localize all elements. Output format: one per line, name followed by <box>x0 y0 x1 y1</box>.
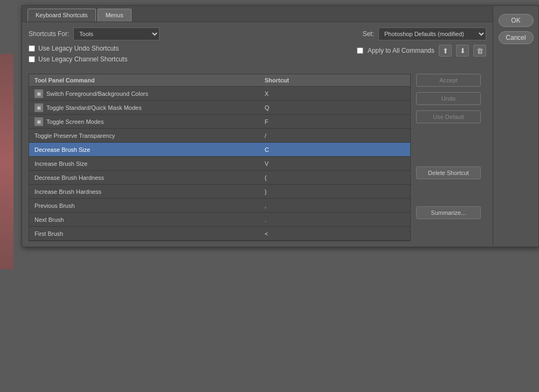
shortcuts-for-section: Shortcuts For: ToolsApplication MenusPan… <box>29 27 160 40</box>
apply-to-all-label: Apply to All Commands <box>368 47 434 54</box>
delete-set-button[interactable]: 🗑 <box>473 45 486 57</box>
apply-to-all-checkbox[interactable] <box>357 47 363 54</box>
td-shortcut: } <box>259 186 410 197</box>
td-command: First Brush <box>29 228 259 239</box>
ok-button[interactable]: OK <box>499 14 534 27</box>
td-command: Decrease Brush Hardness <box>29 172 259 183</box>
td-command: Increase Brush Hardness <box>29 186 259 197</box>
td-command: Previous Brush <box>29 200 259 211</box>
td-command: Decrease Brush Size <box>29 144 259 155</box>
command-name: Toggle Standard/Quick Mask Modes <box>46 104 142 111</box>
legacy-channel-label: Use Legacy Channel Shortcuts <box>38 55 127 63</box>
middle-row: Use Legacy Undo Shortcuts Use Legacy Cha… <box>29 45 486 68</box>
accept-button[interactable]: Accept <box>416 74 481 87</box>
column-shortcut: Shortcut <box>259 77 410 83</box>
checkboxes-section: Use Legacy Undo Shortcuts Use Legacy Cha… <box>29 45 127 63</box>
save-set-button[interactable]: ⬆ <box>439 45 452 57</box>
table-row[interactable]: ▣ Toggle Standard/Quick Mask Modes Q <box>29 101 410 115</box>
tab-bar: Keyboard Shortcuts Menus <box>22 6 538 22</box>
table-header: Tool Panel Command Shortcut <box>29 74 410 87</box>
command-name: Toggle Preserve Transparency <box>34 132 115 139</box>
table-row[interactable]: Next Brush . <box>29 213 410 227</box>
save-icon: ⬆ <box>443 47 448 55</box>
td-shortcut: C <box>259 144 410 155</box>
td-shortcut: X <box>259 88 410 99</box>
command-name: Previous Brush <box>34 202 75 209</box>
cancel-button[interactable]: Cancel <box>499 31 534 44</box>
td-shortcut: . <box>259 214 410 225</box>
trash-icon: 🗑 <box>476 47 483 55</box>
use-default-button[interactable]: Use Default <box>416 110 481 123</box>
shortcuts-for-label: Shortcuts For: <box>29 30 69 38</box>
td-command: Toggle Preserve Transparency <box>29 130 259 141</box>
shortcuts-for-select[interactable]: ToolsApplication MenusPanel MenusOther <box>73 27 160 40</box>
table-row[interactable]: Increase Brush Hardness } <box>29 185 410 199</box>
undo-button[interactable]: Undo <box>416 92 481 105</box>
table-row[interactable]: Decrease Brush Hardness { <box>29 171 410 185</box>
apply-to-all-section: Apply to All Commands ⬆ ⬇ 🗑 <box>357 45 486 57</box>
command-name: Increase Brush Size <box>34 160 87 167</box>
td-command: Increase Brush Size <box>29 158 259 169</box>
command-name: Toggle Screen Modes <box>46 118 103 125</box>
td-command: Next Brush <box>29 214 259 225</box>
row-icon: ▣ <box>34 103 43 112</box>
shortcuts-table: Tool Panel Command Shortcut ▣ Switch For… <box>29 74 411 241</box>
delete-shortcut-button[interactable]: Delete Shortcut <box>416 166 481 179</box>
row-icon: ▣ <box>34 89 43 98</box>
table-row[interactable]: Decrease Brush Size C <box>29 143 410 157</box>
command-name: Decrease Brush Hardness <box>34 174 104 181</box>
td-shortcut: < <box>259 228 410 239</box>
td-shortcut: , <box>259 200 410 211</box>
td-shortcut: Q <box>259 102 410 113</box>
top-row: Shortcuts For: ToolsApplication MenusPan… <box>29 27 486 40</box>
legacy-undo-row: Use Legacy Undo Shortcuts <box>29 45 127 52</box>
legacy-undo-checkbox[interactable] <box>29 45 35 52</box>
set-section: Set: Photoshop Defaults (modified)Photos… <box>363 27 486 40</box>
create-icon: ⬇ <box>460 47 466 55</box>
command-name: Switch Foreground/Background Colors <box>46 90 148 97</box>
table-row[interactable]: Previous Brush , <box>29 199 410 213</box>
command-name: Decrease Brush Size <box>34 146 90 153</box>
tab-keyboard-shortcuts[interactable]: Keyboard Shortcuts <box>27 9 96 22</box>
legacy-channel-checkbox[interactable] <box>29 56 35 62</box>
column-command: Tool Panel Command <box>29 77 259 83</box>
command-name: First Brush <box>34 230 63 237</box>
dialog-right-buttons: OK Cancel <box>493 6 538 247</box>
table-row[interactable]: First Brush < <box>29 227 410 241</box>
legacy-channel-row: Use Legacy Channel Shortcuts <box>29 55 127 63</box>
td-shortcut: / <box>259 130 410 141</box>
legacy-undo-label: Use Legacy Undo Shortcuts <box>38 45 119 52</box>
td-command: ▣ Toggle Screen Modes <box>29 115 259 128</box>
table-row[interactable]: Increase Brush Size V <box>29 157 410 171</box>
create-set-button[interactable]: ⬇ <box>456 45 469 57</box>
dialog-content: Shortcuts For: ToolsApplication MenusPan… <box>22 22 493 247</box>
td-command: ▣ Switch Foreground/Background Colors <box>29 87 259 100</box>
table-row[interactable]: Toggle Preserve Transparency / <box>29 129 410 143</box>
td-command: ▣ Toggle Standard/Quick Mask Modes <box>29 101 259 114</box>
summarize-button[interactable]: Summarize... <box>416 206 481 219</box>
set-label: Set: <box>363 30 374 38</box>
keyboard-shortcuts-dialog: OK Cancel Keyboard Shortcuts Menus Short… <box>22 5 539 247</box>
table-row[interactable]: ▣ Switch Foreground/Background Colors X <box>29 87 410 101</box>
td-shortcut: { <box>259 172 410 183</box>
tab-menus[interactable]: Menus <box>98 9 132 22</box>
set-select[interactable]: Photoshop Defaults (modified)Photoshop D… <box>378 27 486 40</box>
row-icon: ▣ <box>34 117 43 126</box>
td-shortcut: F <box>259 116 410 127</box>
td-shortcut: V <box>259 158 410 169</box>
table-row[interactable]: ▣ Toggle Screen Modes F <box>29 115 410 129</box>
table-body: ▣ Switch Foreground/Background Colors X … <box>29 87 410 241</box>
command-name: Increase Brush Hardness <box>34 188 101 195</box>
command-name: Next Brush <box>34 216 64 223</box>
table-section: Tool Panel Command Shortcut ▣ Switch For… <box>29 74 411 241</box>
main-area: Tool Panel Command Shortcut ▣ Switch For… <box>29 74 486 241</box>
right-action-section: Accept Undo Use Default Delete Shortcut … <box>416 74 486 241</box>
background-decoration <box>0 54 13 269</box>
